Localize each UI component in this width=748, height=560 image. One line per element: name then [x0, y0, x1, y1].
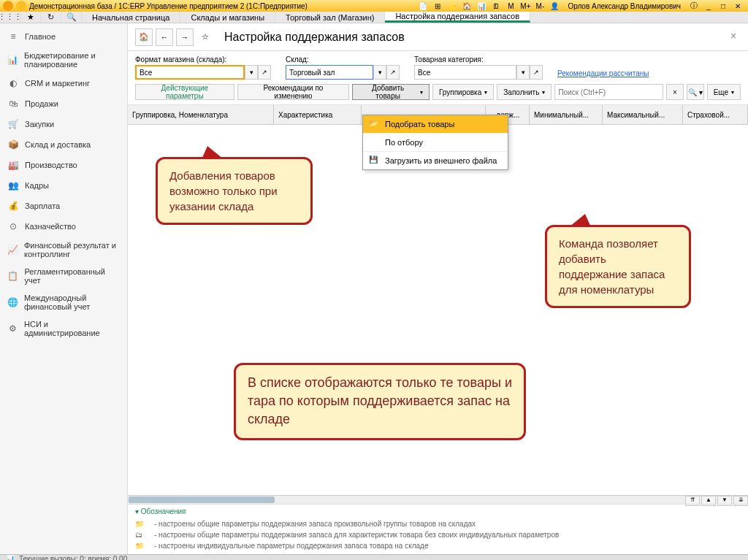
tab-warehouses[interactable]: Склады и магазины: [180, 12, 275, 23]
format-dropdown-button[interactable]: ▾: [245, 65, 258, 80]
stats-icon: 📊: [6, 555, 15, 560]
star-icon[interactable]: ☆: [196, 28, 214, 46]
col-characteristic[interactable]: Характеристика: [274, 105, 362, 124]
dropdown-load-file[interactable]: 💾Загрузить из внешнего файла: [363, 152, 508, 169]
sklad-label: Склад:: [286, 55, 400, 64]
legend-text: - настроены общие параметры поддержания …: [154, 531, 559, 539]
back-button[interactable]: ←: [156, 28, 173, 46]
user-icon[interactable]: 👤: [549, 0, 560, 12]
home-button[interactable]: 🏠: [135, 28, 153, 46]
sidebar-label: Международный финансовый учет: [24, 294, 120, 311]
toolbar-icon[interactable]: ⊞: [432, 0, 443, 12]
folder-open-icon: 📂: [369, 119, 381, 129]
horizontal-scrollbar[interactable]: ⇈ ▲ ▼ ⇊: [128, 495, 748, 504]
sidebar-item-ifrs[interactable]: 🌐Международный финансовый учет: [0, 289, 127, 315]
pie-icon: ◐: [7, 77, 19, 89]
scrollbar-thumb[interactable]: [129, 496, 275, 503]
sidebar-item-treasury[interactable]: ⊙Казначейство: [0, 216, 127, 237]
sklad-input[interactable]: [286, 65, 373, 80]
sidebar-item-budgeting[interactable]: 📊Бюджетирование и планирование: [0, 47, 127, 73]
toolbar: Действующие параметры Рекомендации по из…: [128, 80, 748, 105]
fill-button[interactable]: Заполнить: [497, 84, 552, 100]
sidebar-item-admin[interactable]: ⚙НСИ и администрирование: [0, 315, 127, 342]
recommendations-button[interactable]: Рекомендации по изменению: [237, 84, 350, 100]
bag-icon: 🛍: [7, 98, 19, 110]
sidebar-item-sales[interactable]: 🛍Продажи: [0, 93, 127, 114]
legend-text: - настроены общие параметры поддержания …: [154, 520, 476, 528]
category-dropdown-button[interactable]: ▾: [516, 65, 530, 80]
apps-icon[interactable]: ⋮⋮⋮: [0, 12, 20, 23]
toolbar-icon[interactable]: 📊: [476, 0, 487, 12]
sklad-open-button[interactable]: ↗: [386, 65, 400, 80]
user-name[interactable]: Орлов Александр Владимирович: [568, 2, 681, 10]
toolbar-icon[interactable]: 🗓: [490, 0, 502, 12]
tab-stock-settings[interactable]: Настройка поддержания запасов: [385, 12, 530, 23]
chart-icon: 📊: [7, 54, 18, 66]
money-icon: 💰: [7, 200, 19, 212]
sidebar-label: Продажи: [25, 99, 58, 108]
sidebar-label: Бюджетирование и планирование: [24, 51, 120, 69]
format-input[interactable]: [135, 65, 245, 80]
dropdown-select-goods[interactable]: 📂Подобрать товары: [363, 115, 508, 134]
sidebar-item-hr[interactable]: 👥Кадры: [0, 175, 127, 196]
info-icon[interactable]: ⓘ: [688, 0, 700, 12]
clipboard-icon: 📋: [7, 270, 18, 282]
format-open-button[interactable]: ↗: [258, 65, 271, 80]
tab-home[interactable]: Начальная страница: [82, 12, 180, 23]
sklad-dropdown-button[interactable]: ▾: [373, 65, 386, 80]
sidebar-item-regulated[interactable]: 📋Регламентированный учет: [0, 263, 127, 289]
minimize-icon[interactable]: _: [703, 0, 714, 12]
sidebar-item-main[interactable]: ≡Главное: [0, 26, 127, 47]
grouping-button[interactable]: Группировка: [432, 84, 494, 100]
m-minus-button[interactable]: M-: [534, 0, 546, 12]
toolbar-icon[interactable]: 📄: [417, 0, 429, 12]
callout-warehouse-required: Добавления товаров возможно только при у…: [156, 157, 313, 225]
search-input[interactable]: [554, 84, 663, 100]
more-button[interactable]: Еще: [707, 84, 741, 100]
close-icon[interactable]: ✕: [732, 0, 744, 12]
history-icon[interactable]: ↻: [41, 12, 61, 23]
cart-icon: 🛒: [7, 118, 19, 130]
sidebar-item-production[interactable]: 🏭Производство: [0, 155, 127, 175]
disk-icon: 💾: [369, 156, 381, 166]
sidebar-label: Кадры: [25, 181, 49, 190]
sidebar-item-warehouse[interactable]: 📦Склад и доставка: [0, 134, 127, 155]
m-button[interactable]: M: [505, 0, 516, 12]
sidebar-label: Производство: [25, 161, 77, 169]
category-open-button[interactable]: ↗: [530, 65, 543, 80]
col-max[interactable]: Максимальный...: [603, 105, 683, 124]
page-header: 🏠 ← → ☆ Настройка поддержания запасов ×: [128, 23, 748, 51]
col-safety[interactable]: Страховой...: [683, 105, 748, 124]
sidebar-item-payroll[interactable]: 💰Зарплата: [0, 196, 127, 216]
sidebar-item-crm[interactable]: ◐CRM и маркетинг: [0, 73, 127, 93]
add-goods-button[interactable]: Добавить товары: [352, 84, 430, 100]
m-plus-button[interactable]: M+: [519, 0, 531, 12]
sidebar-label: CRM и маркетинг: [25, 79, 90, 88]
legend-title[interactable]: Обозначения: [135, 507, 741, 515]
category-label: Товарная категория:: [414, 55, 543, 64]
dropdown-by-filter[interactable]: По отбору: [363, 134, 508, 152]
category-input[interactable]: [414, 65, 516, 80]
legend-section: Обозначения 📁- настроены общие параметры…: [128, 504, 748, 554]
search-button[interactable]: 🔍 ▾: [687, 84, 704, 100]
col-grouping[interactable]: Группировка, Номенклатура: [128, 105, 274, 124]
people-icon: 👥: [7, 180, 19, 191]
search-icon[interactable]: 🔍: [61, 12, 82, 23]
sidebar-item-purchases[interactable]: 🛒Закупки: [0, 114, 127, 134]
recommendations-link[interactable]: Рекомендации рассчитаны: [557, 69, 649, 80]
menu-icon: ≡: [7, 31, 19, 42]
close-page-button[interactable]: ×: [726, 30, 741, 45]
sidebar: ≡Главное 📊Бюджетирование и планирование …: [0, 23, 128, 554]
sidebar-item-finance[interactable]: 📈Финансовый результат и контроллинг: [0, 237, 127, 263]
clear-search-button[interactable]: ×: [666, 84, 684, 100]
dropdown-icon[interactable]: [16, 1, 26, 11]
col-min[interactable]: Минимальный...: [530, 105, 603, 124]
maximize-icon[interactable]: □: [717, 0, 729, 12]
tab-sales-floor[interactable]: Торговый зал (Магазин): [275, 12, 385, 23]
active-params-button[interactable]: Действующие параметры: [135, 84, 234, 100]
title-bar: Демонстрационная база / 1С:ERP Управлени…: [0, 0, 748, 12]
forward-button[interactable]: →: [176, 28, 194, 46]
toolbar-icon[interactable]: ⭐: [446, 0, 458, 12]
favorite-icon[interactable]: ★: [20, 12, 41, 23]
toolbar-icon[interactable]: 🏠: [461, 0, 473, 12]
